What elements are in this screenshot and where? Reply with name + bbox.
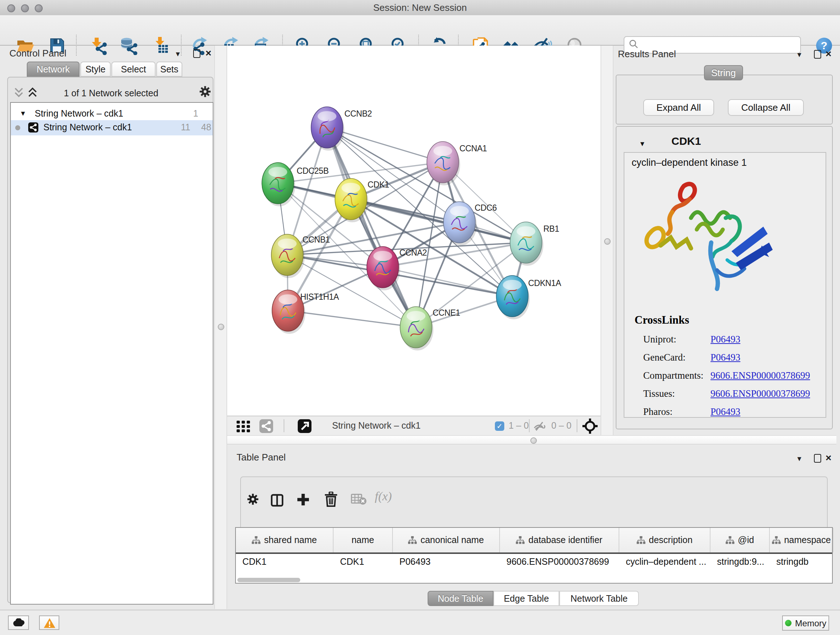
selected-checkbox-icon[interactable]: ✓: [495, 421, 504, 431]
table-header-row: shared namenamecanonical namedatabase id…: [236, 528, 832, 554]
control-panel-float-icon[interactable]: [193, 49, 201, 58]
crosslink-value-link[interactable]: P06493: [711, 352, 741, 363]
birds-eye-view-icon[interactable]: [297, 419, 312, 436]
table-panel-close-icon[interactable]: ×: [826, 453, 831, 462]
share-view-icon[interactable]: [259, 419, 273, 436]
network-collection-row[interactable]: ▾ String Network – cdk1 1: [11, 108, 213, 120]
grid-view-icon[interactable]: [237, 421, 251, 435]
collection-expand-icon[interactable]: ▾: [21, 109, 25, 118]
results-panel-float-icon[interactable]: [814, 50, 821, 59]
table-cell[interactable]: P06493: [393, 554, 500, 570]
network-node-CDC6[interactable]: [444, 202, 477, 245]
table-cell[interactable]: 9606.ENSP00000378699: [500, 554, 619, 570]
crosslink-label: Pharos:: [643, 406, 673, 418]
table-panel-title: Table Panel: [237, 452, 286, 463]
network-node-CCNB2[interactable]: [311, 107, 344, 150]
column-header-shared-name[interactable]: shared name: [236, 528, 333, 553]
left-splitter[interactable]: [214, 46, 227, 609]
bottom-splitter[interactable]: [227, 435, 836, 445]
network-edge[interactable]: [288, 310, 416, 327]
crosslink-value-link[interactable]: 9606.ENSP00000378699: [711, 370, 810, 382]
hidden-eye-icon[interactable]: [533, 421, 547, 434]
network-node-CDK1[interactable]: [335, 179, 368, 222]
memory-button[interactable]: Memory: [782, 616, 829, 631]
column-header-database-identifier[interactable]: database identifier: [500, 528, 619, 553]
network-canvas[interactable]: CCNB2CCNA1CDC25BCDK1CDC6RB1CCNB1CCNA2CDK…: [227, 46, 600, 416]
network-node-CCNA2[interactable]: [367, 247, 400, 290]
table-panel-float-icon[interactable]: [814, 454, 821, 463]
gear-icon[interactable]: [199, 86, 211, 101]
right-splitter[interactable]: [600, 46, 614, 445]
crosslink-label: Uniprot:: [643, 334, 676, 345]
column-header-namespace[interactable]: namespace: [770, 528, 834, 553]
network-label: String Network – cdk1: [43, 122, 132, 133]
column-header--id[interactable]: @id: [711, 528, 770, 553]
table-panel-menu-icon[interactable]: ▾: [797, 455, 801, 463]
expand-all-button[interactable]: Expand All: [643, 99, 714, 116]
column-header-description[interactable]: description: [619, 528, 711, 553]
tab-select[interactable]: Select: [111, 62, 156, 77]
delete-column-trash-icon[interactable]: [324, 492, 338, 510]
network-status-dot: [15, 125, 20, 130]
toolbar-separator: [529, 419, 530, 432]
main-toolbar: ?: [0, 15, 840, 46]
network-node-RB1[interactable]: [510, 222, 543, 266]
table-settings-gear-icon[interactable]: [247, 493, 259, 508]
add-column-icon[interactable]: [296, 492, 310, 510]
bottom-splitter-handle[interactable]: [531, 437, 537, 444]
tab-network-table[interactable]: Network Table: [559, 591, 639, 606]
show-columns-icon[interactable]: [271, 494, 284, 510]
tab-edge-table[interactable]: Edge Table: [493, 591, 559, 606]
network-edge[interactable]: [327, 127, 443, 162]
crosslink-label: Compartments:: [643, 370, 704, 382]
results-panel-title: Results Panel: [618, 49, 676, 59]
table-row[interactable]: CDK1CDK1P064939606.ENSP00000378699cyclin…: [236, 554, 832, 570]
column-header-label: namespace: [784, 535, 831, 545]
crosslink-value-link[interactable]: P06493: [711, 334, 741, 345]
table-tabs: Node TableEdge TableNetwork Table: [428, 591, 639, 606]
left-splitter-handle[interactable]: [218, 324, 224, 330]
cloud-button[interactable]: [8, 616, 29, 630]
results-panel-menu-icon[interactable]: ▾: [797, 51, 801, 59]
table-cell[interactable]: stringdb:9...: [711, 554, 770, 570]
network-edge[interactable]: [351, 199, 526, 242]
network-view-title: String Network – cdk1: [332, 421, 421, 431]
tab-sets[interactable]: Sets: [156, 62, 182, 77]
table-cell[interactable]: CDK1: [236, 554, 333, 570]
column-type-icon: [252, 536, 261, 545]
network-edge[interactable]: [327, 127, 416, 327]
tab-network[interactable]: Network: [27, 62, 80, 77]
table-cell[interactable]: cyclin–dependent ...: [619, 554, 711, 570]
network-node-CCNA1[interactable]: [427, 141, 460, 185]
table-cell[interactable]: CDK1: [333, 554, 393, 570]
control-panel-menu-icon[interactable]: ▾: [176, 50, 180, 58]
network-edge[interactable]: [383, 267, 512, 296]
tab-string[interactable]: String: [704, 65, 743, 80]
tab-style[interactable]: Style: [80, 62, 111, 77]
fit-selected-crosshair-icon[interactable]: [583, 418, 598, 437]
crosslink-value-link[interactable]: 9606.ENSP00000378699: [711, 388, 810, 400]
hidden-count: 0 – 0: [551, 421, 572, 431]
column-type-icon: [637, 536, 645, 545]
tab-node-table[interactable]: Node Table: [428, 591, 493, 606]
network-node-CCNB1[interactable]: [271, 234, 305, 278]
results-panel-close-icon[interactable]: ×: [826, 49, 831, 58]
warning-button[interactable]: [39, 616, 59, 630]
node-table[interactable]: shared namenamecanonical namedatabase id…: [235, 527, 833, 584]
table-cell[interactable]: stringdb: [770, 554, 834, 570]
control-panel-close-icon[interactable]: ×: [205, 49, 211, 57]
delete-table-icon: [351, 494, 367, 508]
column-header-name[interactable]: name: [333, 528, 393, 553]
protein-collapse-icon[interactable]: ▾: [640, 139, 644, 149]
network-row[interactable]: String Network – cdk1 11 48: [11, 120, 213, 135]
table-horizontal-scrollbar[interactable]: [237, 578, 300, 582]
network-node-CCNE1[interactable]: [400, 307, 433, 350]
network-manager: 1 of 1 Network selected ▾ String Network…: [7, 77, 213, 603]
network-graph[interactable]: CCNB2CCNA1CDC25BCDK1CDC6RB1CCNB1CCNA2CDK…: [227, 46, 600, 416]
crosslink-value-link[interactable]: P06493: [711, 406, 741, 418]
network-node-count: 11: [181, 122, 190, 133]
right-splitter-handle[interactable]: [604, 238, 611, 245]
network-node-CDKN1A[interactable]: [496, 276, 530, 319]
column-header-canonical-name[interactable]: canonical name: [393, 528, 500, 553]
collapse-all-button[interactable]: Collapse All: [728, 99, 804, 116]
